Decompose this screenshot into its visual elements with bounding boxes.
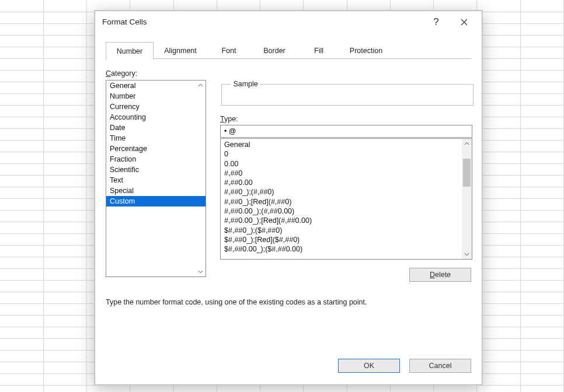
format-code-item[interactable]: #,##0.00	[224, 178, 458, 187]
category-item[interactable]: Custom	[106, 196, 206, 206]
category-item[interactable]: Time	[106, 133, 206, 144]
sample-group: Sample	[221, 80, 474, 106]
format-code-item[interactable]: $#,##0.00_);($#,##0.00)	[224, 244, 458, 254]
format-code-item[interactable]: #,##0_);[Red](#,##0)	[224, 197, 458, 206]
scroll-thumb[interactable]	[463, 159, 471, 187]
close-button[interactable]	[450, 13, 478, 31]
format-code-item[interactable]: General	[224, 140, 458, 149]
format-code-listbox[interactable]: General00.00#,##0#,##0.00#,##0_);(#,##0)…	[220, 138, 472, 260]
category-item[interactable]: Percentage	[106, 144, 206, 154]
category-scrollbar[interactable]	[196, 80, 206, 276]
tabbar: Number Alignment Font Border Fill Protec…	[106, 41, 471, 59]
category-item[interactable]: Scientific	[106, 164, 206, 175]
tab-alignment[interactable]: Alignment	[154, 42, 207, 59]
format-code-item[interactable]: 0.00	[224, 159, 458, 169]
dialog-title: Format Cells	[102, 18, 422, 26]
dialog-button-bar: OK Cancel	[106, 359, 471, 375]
scroll-down-icon	[196, 267, 206, 276]
help-button[interactable]: ?	[422, 13, 450, 31]
category-item[interactable]: Number	[106, 91, 206, 102]
type-input[interactable]	[220, 125, 472, 138]
format-code-item[interactable]: #,##0	[224, 169, 458, 178]
ok-button[interactable]: OK	[338, 359, 400, 373]
category-listbox[interactable]: GeneralNumberCurrencyAccountingDateTimeP…	[106, 80, 206, 277]
scroll-up-icon	[196, 80, 206, 90]
category-item[interactable]: Text	[106, 175, 206, 186]
format-code-item[interactable]: #,##0.00_);(#,##0.00)	[224, 206, 458, 216]
scroll-up-icon	[462, 139, 472, 149]
format-cells-dialog: Format Cells ? Number Alignment Font Bor…	[95, 10, 482, 385]
category-item[interactable]: Special	[106, 186, 206, 196]
tab-font[interactable]: Font	[207, 42, 250, 59]
scroll-down-icon	[462, 249, 472, 259]
category-item[interactable]: Date	[106, 123, 206, 133]
sample-label: Sample	[231, 80, 260, 88]
category-item[interactable]: Currency	[106, 102, 206, 112]
category-item[interactable]: General	[106, 80, 206, 91]
format-code-item[interactable]: #,##0_);(#,##0)	[224, 187, 458, 197]
format-code-item[interactable]: 0	[224, 149, 458, 159]
tab-protection[interactable]: Protection	[339, 42, 393, 59]
delete-button[interactable]: Delete	[409, 268, 471, 282]
category-label: Category:	[106, 69, 137, 78]
tab-fill[interactable]: Fill	[298, 42, 339, 59]
category-item[interactable]: Accounting	[106, 112, 206, 123]
tab-border[interactable]: Border	[250, 42, 298, 59]
format-code-item[interactable]: $#,##0_);($#,##0)	[224, 226, 458, 235]
cancel-button[interactable]: Cancel	[409, 359, 471, 373]
titlebar: Format Cells ?	[95, 11, 482, 33]
format-scrollbar[interactable]	[462, 139, 472, 259]
type-label: Type:	[220, 115, 238, 123]
close-icon	[461, 19, 468, 26]
hint-text: Type the number format code, using one o…	[106, 298, 367, 306]
tab-number[interactable]: Number	[106, 42, 154, 60]
dialog-body: Number Alignment Font Border Fill Protec…	[95, 33, 482, 384]
tab-page-number: Category: GeneralNumberCurrencyAccountin…	[106, 59, 471, 349]
format-code-item[interactable]: $#,##0_);[Red]($#,##0)	[224, 235, 458, 244]
question-icon: ?	[433, 16, 438, 28]
format-code-item[interactable]: #,##0.00_);[Red](#,##0.00)	[224, 216, 458, 225]
category-item[interactable]: Fraction	[106, 154, 206, 164]
